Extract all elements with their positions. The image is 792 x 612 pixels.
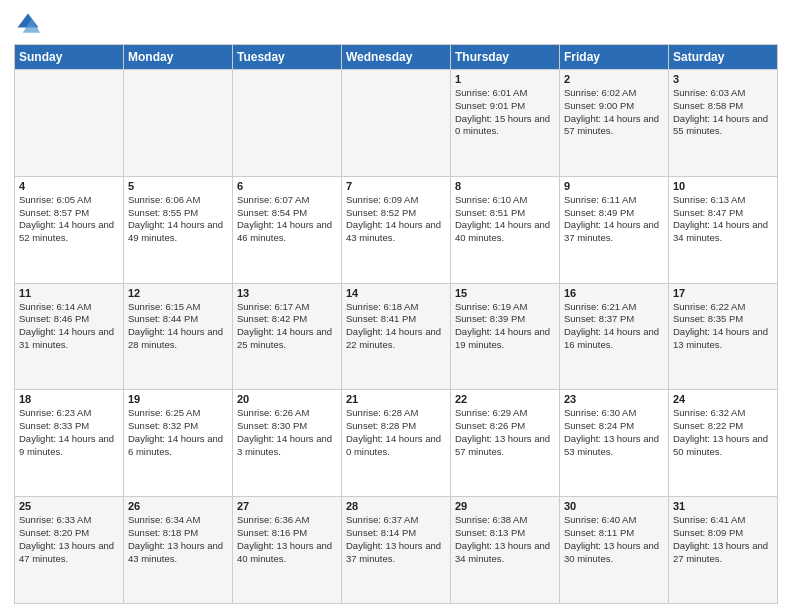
calendar-cell: 10Sunrise: 6:13 AM Sunset: 8:47 PM Dayli… <box>669 176 778 283</box>
logo <box>14 10 46 38</box>
day-number: 31 <box>673 500 773 512</box>
calendar-cell: 21Sunrise: 6:28 AM Sunset: 8:28 PM Dayli… <box>342 390 451 497</box>
day-number: 15 <box>455 287 555 299</box>
day-number: 27 <box>237 500 337 512</box>
day-number: 22 <box>455 393 555 405</box>
calendar-cell <box>15 70 124 177</box>
weekday-header: Monday <box>124 45 233 70</box>
calendar-week-row: 11Sunrise: 6:14 AM Sunset: 8:46 PM Dayli… <box>15 283 778 390</box>
day-number: 19 <box>128 393 228 405</box>
day-info: Sunrise: 6:21 AM Sunset: 8:37 PM Dayligh… <box>564 301 664 352</box>
day-number: 3 <box>673 73 773 85</box>
day-number: 5 <box>128 180 228 192</box>
day-info: Sunrise: 6:18 AM Sunset: 8:41 PM Dayligh… <box>346 301 446 352</box>
day-info: Sunrise: 6:06 AM Sunset: 8:55 PM Dayligh… <box>128 194 228 245</box>
day-number: 16 <box>564 287 664 299</box>
day-number: 17 <box>673 287 773 299</box>
day-number: 29 <box>455 500 555 512</box>
calendar-cell: 25Sunrise: 6:33 AM Sunset: 8:20 PM Dayli… <box>15 497 124 604</box>
day-info: Sunrise: 6:14 AM Sunset: 8:46 PM Dayligh… <box>19 301 119 352</box>
day-info: Sunrise: 6:36 AM Sunset: 8:16 PM Dayligh… <box>237 514 337 565</box>
calendar-cell: 12Sunrise: 6:15 AM Sunset: 8:44 PM Dayli… <box>124 283 233 390</box>
day-info: Sunrise: 6:02 AM Sunset: 9:00 PM Dayligh… <box>564 87 664 138</box>
day-number: 8 <box>455 180 555 192</box>
page: SundayMondayTuesdayWednesdayThursdayFrid… <box>0 0 792 612</box>
calendar-cell: 11Sunrise: 6:14 AM Sunset: 8:46 PM Dayli… <box>15 283 124 390</box>
calendar-cell: 22Sunrise: 6:29 AM Sunset: 8:26 PM Dayli… <box>451 390 560 497</box>
calendar: SundayMondayTuesdayWednesdayThursdayFrid… <box>14 44 778 604</box>
weekday-row: SundayMondayTuesdayWednesdayThursdayFrid… <box>15 45 778 70</box>
calendar-cell: 23Sunrise: 6:30 AM Sunset: 8:24 PM Dayli… <box>560 390 669 497</box>
day-info: Sunrise: 6:23 AM Sunset: 8:33 PM Dayligh… <box>19 407 119 458</box>
day-number: 23 <box>564 393 664 405</box>
day-number: 24 <box>673 393 773 405</box>
logo-icon <box>14 10 42 38</box>
day-info: Sunrise: 6:37 AM Sunset: 8:14 PM Dayligh… <box>346 514 446 565</box>
day-number: 20 <box>237 393 337 405</box>
calendar-cell <box>233 70 342 177</box>
calendar-cell: 7Sunrise: 6:09 AM Sunset: 8:52 PM Daylig… <box>342 176 451 283</box>
header <box>14 10 778 38</box>
calendar-cell: 15Sunrise: 6:19 AM Sunset: 8:39 PM Dayli… <box>451 283 560 390</box>
day-info: Sunrise: 6:09 AM Sunset: 8:52 PM Dayligh… <box>346 194 446 245</box>
day-number: 11 <box>19 287 119 299</box>
calendar-cell <box>124 70 233 177</box>
calendar-cell: 26Sunrise: 6:34 AM Sunset: 8:18 PM Dayli… <box>124 497 233 604</box>
calendar-cell: 27Sunrise: 6:36 AM Sunset: 8:16 PM Dayli… <box>233 497 342 604</box>
day-info: Sunrise: 6:30 AM Sunset: 8:24 PM Dayligh… <box>564 407 664 458</box>
day-number: 25 <box>19 500 119 512</box>
day-info: Sunrise: 6:38 AM Sunset: 8:13 PM Dayligh… <box>455 514 555 565</box>
calendar-cell: 30Sunrise: 6:40 AM Sunset: 8:11 PM Dayli… <box>560 497 669 604</box>
weekday-header: Sunday <box>15 45 124 70</box>
weekday-header: Friday <box>560 45 669 70</box>
day-number: 10 <box>673 180 773 192</box>
calendar-week-row: 4Sunrise: 6:05 AM Sunset: 8:57 PM Daylig… <box>15 176 778 283</box>
day-number: 6 <box>237 180 337 192</box>
calendar-header: SundayMondayTuesdayWednesdayThursdayFrid… <box>15 45 778 70</box>
day-info: Sunrise: 6:01 AM Sunset: 9:01 PM Dayligh… <box>455 87 555 138</box>
weekday-header: Saturday <box>669 45 778 70</box>
calendar-cell: 29Sunrise: 6:38 AM Sunset: 8:13 PM Dayli… <box>451 497 560 604</box>
calendar-cell: 4Sunrise: 6:05 AM Sunset: 8:57 PM Daylig… <box>15 176 124 283</box>
calendar-cell: 31Sunrise: 6:41 AM Sunset: 8:09 PM Dayli… <box>669 497 778 604</box>
day-number: 4 <box>19 180 119 192</box>
day-number: 7 <box>346 180 446 192</box>
calendar-cell: 3Sunrise: 6:03 AM Sunset: 8:58 PM Daylig… <box>669 70 778 177</box>
day-info: Sunrise: 6:05 AM Sunset: 8:57 PM Dayligh… <box>19 194 119 245</box>
calendar-cell: 19Sunrise: 6:25 AM Sunset: 8:32 PM Dayli… <box>124 390 233 497</box>
weekday-header: Thursday <box>451 45 560 70</box>
calendar-cell: 2Sunrise: 6:02 AM Sunset: 9:00 PM Daylig… <box>560 70 669 177</box>
weekday-header: Wednesday <box>342 45 451 70</box>
day-number: 9 <box>564 180 664 192</box>
day-info: Sunrise: 6:28 AM Sunset: 8:28 PM Dayligh… <box>346 407 446 458</box>
calendar-week-row: 18Sunrise: 6:23 AM Sunset: 8:33 PM Dayli… <box>15 390 778 497</box>
calendar-cell: 16Sunrise: 6:21 AM Sunset: 8:37 PM Dayli… <box>560 283 669 390</box>
day-info: Sunrise: 6:11 AM Sunset: 8:49 PM Dayligh… <box>564 194 664 245</box>
weekday-header: Tuesday <box>233 45 342 70</box>
day-info: Sunrise: 6:10 AM Sunset: 8:51 PM Dayligh… <box>455 194 555 245</box>
calendar-cell: 9Sunrise: 6:11 AM Sunset: 8:49 PM Daylig… <box>560 176 669 283</box>
day-number: 2 <box>564 73 664 85</box>
calendar-cell: 1Sunrise: 6:01 AM Sunset: 9:01 PM Daylig… <box>451 70 560 177</box>
day-info: Sunrise: 6:40 AM Sunset: 8:11 PM Dayligh… <box>564 514 664 565</box>
calendar-table: SundayMondayTuesdayWednesdayThursdayFrid… <box>14 44 778 604</box>
day-number: 1 <box>455 73 555 85</box>
day-info: Sunrise: 6:19 AM Sunset: 8:39 PM Dayligh… <box>455 301 555 352</box>
calendar-cell: 8Sunrise: 6:10 AM Sunset: 8:51 PM Daylig… <box>451 176 560 283</box>
day-number: 14 <box>346 287 446 299</box>
day-info: Sunrise: 6:25 AM Sunset: 8:32 PM Dayligh… <box>128 407 228 458</box>
day-info: Sunrise: 6:07 AM Sunset: 8:54 PM Dayligh… <box>237 194 337 245</box>
day-info: Sunrise: 6:17 AM Sunset: 8:42 PM Dayligh… <box>237 301 337 352</box>
day-info: Sunrise: 6:29 AM Sunset: 8:26 PM Dayligh… <box>455 407 555 458</box>
day-number: 21 <box>346 393 446 405</box>
day-number: 30 <box>564 500 664 512</box>
calendar-cell: 6Sunrise: 6:07 AM Sunset: 8:54 PM Daylig… <box>233 176 342 283</box>
day-info: Sunrise: 6:41 AM Sunset: 8:09 PM Dayligh… <box>673 514 773 565</box>
day-info: Sunrise: 6:34 AM Sunset: 8:18 PM Dayligh… <box>128 514 228 565</box>
day-info: Sunrise: 6:03 AM Sunset: 8:58 PM Dayligh… <box>673 87 773 138</box>
day-info: Sunrise: 6:32 AM Sunset: 8:22 PM Dayligh… <box>673 407 773 458</box>
day-info: Sunrise: 6:33 AM Sunset: 8:20 PM Dayligh… <box>19 514 119 565</box>
calendar-cell: 13Sunrise: 6:17 AM Sunset: 8:42 PM Dayli… <box>233 283 342 390</box>
calendar-week-row: 1Sunrise: 6:01 AM Sunset: 9:01 PM Daylig… <box>15 70 778 177</box>
day-info: Sunrise: 6:26 AM Sunset: 8:30 PM Dayligh… <box>237 407 337 458</box>
